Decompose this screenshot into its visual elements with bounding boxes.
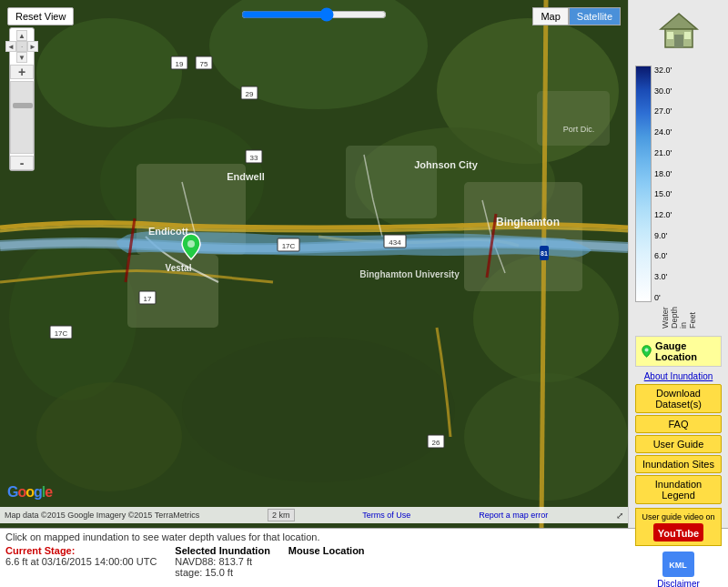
depth-label: 18.0' — [654, 169, 672, 178]
pan-left-button[interactable]: ◄ — [5, 41, 16, 52]
google-logo: Google — [7, 484, 52, 501]
map-view-button[interactable]: Map — [532, 7, 568, 25]
svg-point-45 — [187, 240, 195, 248]
svg-text:17: 17 — [144, 295, 152, 303]
svg-text:75: 75 — [200, 60, 208, 68]
svg-rect-14 — [346, 146, 437, 218]
map-svg: 19 75 29 33 17C 434 26 17 17C — [0, 0, 628, 528]
mouse-location-col: Mouse Location — [288, 545, 365, 556]
svg-point-51 — [645, 348, 649, 351]
terms-link[interactable]: Terms of Use — [362, 511, 410, 520]
depth-label: 12.0' — [654, 210, 672, 219]
selected-inundation-col: Selected Inundation NAVD88: 813.7 ft sta… — [175, 545, 270, 578]
current-stage-value: 6.6 ft at 03/16/2015 14:00:00 UTC — [5, 556, 157, 567]
pan-up-button[interactable]: ▲ — [16, 30, 27, 41]
info-bar: Click on mapped inundation to see water … — [0, 528, 728, 587]
svg-text:Port Dic.: Port Dic. — [563, 125, 595, 134]
current-stage-label: Current Stage: — [5, 545, 157, 556]
gauge-marker[interactable] — [180, 232, 202, 264]
svg-text:434: 434 — [389, 238, 401, 247]
svg-text:Binghamton: Binghamton — [496, 216, 560, 228]
depth-label: 3.0' — [654, 272, 672, 281]
sidebar: 32.0'30.0'27.0'24.0'21.0'18.0'15.0'12.0'… — [628, 0, 728, 528]
svg-text:17C: 17C — [282, 242, 296, 250]
report-link[interactable]: Report a map error — [479, 511, 548, 520]
gauge-location-label: Gauge Location — [655, 340, 715, 362]
depth-label: 9.0' — [654, 231, 672, 240]
svg-text:29: 29 — [246, 90, 254, 98]
satellite-view-button[interactable]: Satellite — [569, 7, 621, 25]
depth-label: 27.0' — [654, 106, 672, 116]
pan-down-button[interactable]: ▼ — [16, 52, 27, 63]
depth-legend: 32.0'30.0'27.0'24.0'21.0'18.0'15.0'12.0'… — [635, 66, 722, 302]
click-instruction: Click on mapped inundation to see water … — [5, 531, 723, 542]
depth-gradient — [635, 66, 652, 302]
svg-point-10 — [464, 373, 628, 501]
depth-legend-title: Water Depth in Feet — [661, 307, 697, 329]
zoom-out-button[interactable]: - — [10, 156, 34, 170]
svg-rect-15 — [537, 91, 610, 146]
kml-disclaimer[interactable]: KML Disclaimer — [657, 552, 700, 587]
data-row: Current Stage: 6.6 ft at 03/16/2015 14:0… — [5, 545, 723, 578]
map-container[interactable]: 19 75 29 33 17C 434 26 17 17C — [0, 0, 628, 528]
svg-text:19: 19 — [176, 60, 184, 68]
current-stage-col: Current Stage: 6.6 ft at 03/16/2015 14:0… — [5, 545, 157, 567]
svg-text:Endwell: Endwell — [227, 171, 265, 182]
map-type-controls: Map Satellite — [532, 7, 621, 25]
pan-center-button[interactable]: · — [16, 41, 27, 52]
depth-labels: 32.0'30.0'27.0'24.0'21.0'18.0'15.0'12.0'… — [652, 66, 672, 302]
svg-text:Binghamton University: Binghamton University — [359, 269, 460, 279]
svg-text:KML: KML — [670, 561, 688, 570]
kml-icon: KML — [662, 552, 694, 577]
zoom-control: ▲ ◄ · ► ▼ + - — [9, 27, 35, 171]
youtube-logo: YouTube — [653, 523, 703, 541]
reset-view-button[interactable]: Reset View — [7, 7, 74, 25]
svg-rect-50 — [684, 32, 691, 39]
svg-text:Johnson City: Johnson City — [414, 159, 479, 170]
svg-text:Vestal: Vestal — [166, 263, 192, 273]
faq-button[interactable]: FAQ — [635, 415, 722, 433]
attribution-text: Map data ©2015 Google Imagery ©2015 Terr… — [5, 511, 199, 520]
zoom-thumb — [13, 103, 33, 108]
map-expand-button[interactable]: ⤢ — [616, 511, 623, 521]
pan-control: ▲ ◄ · ► ▼ — [4, 28, 40, 65]
user-guide-button[interactable]: User Guide — [635, 435, 722, 453]
zoom-in-button[interactable]: + — [10, 65, 34, 79]
svg-text:81: 81 — [541, 250, 548, 257]
svg-marker-46 — [661, 14, 697, 29]
pan-right-button[interactable]: ► — [27, 41, 38, 52]
youtube-box[interactable]: User guide video on YouTube — [635, 508, 722, 546]
download-dataset-button[interactable]: Download Dataset(s) — [635, 384, 722, 413]
scale-label: 2 km — [268, 509, 295, 521]
depth-label: 15.0' — [654, 189, 672, 198]
depth-label: 0' — [654, 293, 672, 302]
depth-label: 30.0' — [654, 86, 672, 96]
selected-inundation-value1: NAVD88: 813.7 ft — [175, 556, 270, 567]
depth-label: 6.0' — [654, 251, 672, 260]
selected-inundation-label: Selected Inundation — [175, 545, 270, 556]
svg-point-1 — [36, 18, 182, 127]
gauge-location-box[interactable]: Gauge Location — [635, 336, 722, 367]
map-attribution: Map data ©2015 Google Imagery ©2015 Terr… — [0, 507, 628, 523]
depth-label: 24.0' — [654, 127, 672, 137]
youtube-title: User guide video on — [640, 512, 717, 521]
disclaimer-label: Disclaimer — [657, 579, 700, 587]
house-icon — [656, 9, 702, 56]
inundation-sites-button[interactable]: Inundation Sites — [635, 455, 722, 473]
svg-text:33: 33 — [250, 154, 258, 162]
zoom-slider[interactable] — [241, 7, 387, 22]
depth-label: 21.0' — [654, 148, 672, 157]
svg-text:26: 26 — [432, 439, 440, 447]
inundation-legend-button[interactable]: Inundation Legend — [635, 475, 722, 504]
svg-rect-48 — [674, 35, 683, 47]
depth-label: 32.0' — [654, 66, 672, 75]
mouse-location-label: Mouse Location — [288, 545, 365, 556]
selected-inundation-value2: stage: 15.0 ft — [175, 567, 270, 578]
zoom-slider-container[interactable] — [241, 7, 387, 25]
svg-point-8 — [182, 337, 455, 482]
zoom-bar[interactable] — [10, 81, 34, 154]
svg-point-6 — [9, 237, 136, 400]
svg-point-9 — [36, 382, 182, 491]
about-inundation-link[interactable]: About Inundation — [644, 371, 713, 381]
svg-text:17C: 17C — [55, 329, 68, 338]
